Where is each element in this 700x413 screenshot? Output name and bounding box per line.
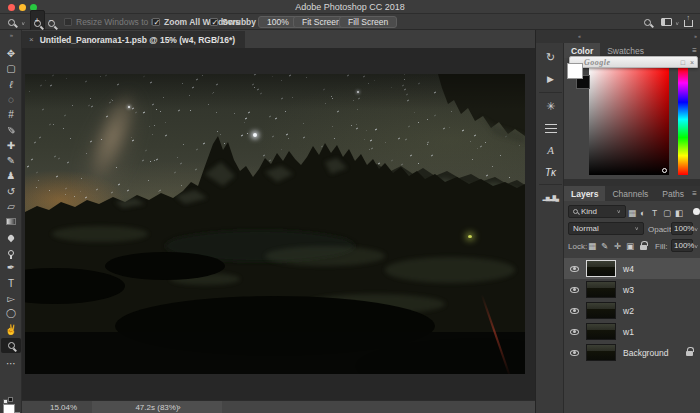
layer-thumbnail[interactable] <box>586 323 616 340</box>
tab-channels[interactable]: Channels <box>605 186 655 201</box>
layer-thumbnail[interactable] <box>586 260 616 277</box>
filter-smart-objects-icon[interactable]: ◧ <box>675 208 683 218</box>
lock-label: Lock: <box>568 242 587 251</box>
lock-transparency-icon[interactable]: ▦ <box>588 241 596 251</box>
history-brush-tool[interactable]: ↺ <box>0 184 22 199</box>
filter-shape-layers-icon[interactable]: ▢ <box>663 208 671 218</box>
zoom-in-button[interactable]: + <box>30 14 45 30</box>
lock-artboard-icon[interactable]: ▣ <box>626 241 634 251</box>
layer-row-background[interactable]: Background <box>564 342 700 363</box>
eyedropper-tool[interactable]: ✐ <box>0 123 22 138</box>
move-tool[interactable]: ✥ <box>0 46 22 61</box>
visibility-eye-icon[interactable] <box>570 329 579 335</box>
brush-tool[interactable]: ✎ <box>0 153 22 168</box>
dodge-tool[interactable] <box>0 245 22 260</box>
visibility-eye-icon[interactable] <box>570 287 579 293</box>
quick-selection-tool[interactable]: ◌ <box>0 92 22 107</box>
hue-slider[interactable] <box>678 68 688 175</box>
collapse-panels-icon[interactable]: ‹‹ <box>578 33 580 39</box>
close-icon[interactable]: × <box>690 59 694 66</box>
marquee-tool[interactable]: ▢ <box>0 61 22 76</box>
visibility-eye-icon[interactable] <box>570 308 579 314</box>
opacity-value[interactable]: 100% <box>671 222 693 235</box>
shape-tool[interactable]: ◯ <box>0 306 22 321</box>
search-icon <box>644 19 651 26</box>
fill-screen-button[interactable]: Fill Screen <box>339 14 397 30</box>
visibility-eye-icon[interactable] <box>570 266 579 272</box>
filter-type-layers-icon[interactable]: T <box>652 208 657 218</box>
tools-panel: » ✥ ▢ ℓ ◌ # ✐ ✚ ✎ ♟ ↺ ▱ ✒ T ▻ ◯ ✌ ⋯ <box>0 30 22 413</box>
zoom-tool[interactable] <box>1 338 21 353</box>
type-tool[interactable]: T <box>0 276 22 291</box>
document-tab[interactable]: × Untitled_Panorama1-1.psb @ 15% (w4, RG… <box>22 31 245 48</box>
zoom-out-button[interactable]: − <box>45 14 58 30</box>
toolbar-expand-button[interactable]: » <box>0 30 22 40</box>
chevron-down-icon[interactable]: ∨ <box>694 227 698 233</box>
layer-row[interactable]: w4 <box>564 258 700 279</box>
path-selection-tool[interactable]: ▻ <box>0 291 22 306</box>
zoom-level-field[interactable]: 15.04% <box>50 401 77 413</box>
layer-row[interactable]: w1 <box>564 321 700 342</box>
filter-pixel-layers-icon[interactable]: ▦ <box>628 208 636 218</box>
status-chevron-icon[interactable]: › <box>178 401 181 413</box>
foreground-color-swatch[interactable] <box>3 404 15 413</box>
close-tab-icon[interactable]: × <box>29 35 34 44</box>
document-status-bar: 15.04% 47.2s (83%) › <box>22 400 535 413</box>
healing-brush-tool[interactable]: ✚ <box>0 138 22 153</box>
fill-value[interactable]: 100% <box>671 239 693 252</box>
gradient-tool[interactable] <box>0 214 22 229</box>
pen-tool[interactable]: ✒ <box>0 260 22 275</box>
canvas-area[interactable] <box>22 48 535 400</box>
panel-menu-icon[interactable]: ≡ <box>692 189 697 198</box>
lasso-tool[interactable]: ℓ <box>0 77 22 92</box>
checkbox-checked-icon[interactable] <box>210 18 218 26</box>
filter-wheel-panel-button[interactable]: ✳ <box>537 95 564 117</box>
actions-panel-button[interactable]: ▶ <box>537 68 564 90</box>
checkbox-checked-icon[interactable] <box>152 18 160 26</box>
edit-toolbar-button[interactable]: ⋯ <box>0 356 22 371</box>
layer-thumbnail[interactable] <box>586 302 616 319</box>
options-bar: ∨ + − Resize Windows to Fit Zoom All Win… <box>0 14 700 30</box>
layer-row[interactable]: w3 <box>564 279 700 300</box>
filter-adjustment-layers-icon[interactable]: ◐ <box>640 208 645 218</box>
workspace-switcher[interactable]: ∨ <box>661 14 679 30</box>
filter-toggle[interactable] <box>693 208 700 215</box>
color-field[interactable] <box>589 68 669 175</box>
glyphs-panel-button[interactable]: A <box>537 139 564 161</box>
panel-menu-icon[interactable]: ≡ <box>692 46 697 55</box>
chevron-down-icon: ∨ <box>21 19 25 25</box>
color-field-cursor[interactable] <box>662 168 667 173</box>
document-image[interactable] <box>25 74 525 374</box>
layer-filter-kind-dropdown[interactable]: Kind ∨ <box>568 205 626 218</box>
crop-tool[interactable]: # <box>0 107 22 122</box>
lock-paint-icon[interactable]: ✎ <box>601 241 608 251</box>
chevron-down-icon: ∨ <box>675 19 679 25</box>
google-floating-window[interactable]: Google □ × <box>569 56 698 68</box>
search-button[interactable] <box>644 14 651 30</box>
lock-position-icon[interactable]: ✛ <box>614 241 621 251</box>
visibility-eye-icon[interactable] <box>570 350 579 356</box>
tab-paths[interactable]: Paths <box>655 186 691 201</box>
blend-mode-dropdown[interactable]: Normal ∨ <box>568 222 644 235</box>
zoom-100-button[interactable]: 100% <box>258 14 298 30</box>
hand-tool[interactable]: ✌ <box>0 322 22 337</box>
layer-thumbnail[interactable] <box>586 344 616 361</box>
status-progress: 47.2s (83%) <box>92 401 222 413</box>
tool-preset-dropdown[interactable]: ∨ <box>8 14 25 30</box>
histogram-panel-button[interactable]: ▂▆▃█▄ <box>537 187 564 209</box>
maximize-icon[interactable]: □ <box>681 59 685 66</box>
chevron-down-icon[interactable]: ∨ <box>694 244 698 250</box>
eraser-tool[interactable]: ▱ <box>0 199 22 214</box>
tk-actions-panel-button[interactable]: Tᴋ <box>537 161 564 183</box>
layer-row[interactable]: w2 <box>564 300 700 321</box>
history-panel-button[interactable]: ↻ <box>537 46 564 68</box>
lock-all-icon[interactable] <box>640 245 647 250</box>
clone-stamp-tool[interactable]: ♟ <box>0 168 22 183</box>
share-button[interactable] <box>684 14 693 30</box>
layer-thumbnail[interactable] <box>586 281 616 298</box>
properties-panel-button[interactable] <box>537 117 564 139</box>
panel-foreground-swatch[interactable] <box>567 63 583 79</box>
tab-layers[interactable]: Layers <box>564 186 605 201</box>
expand-panels-icon[interactable]: ›› <box>694 33 696 39</box>
blur-tool[interactable] <box>0 230 22 245</box>
